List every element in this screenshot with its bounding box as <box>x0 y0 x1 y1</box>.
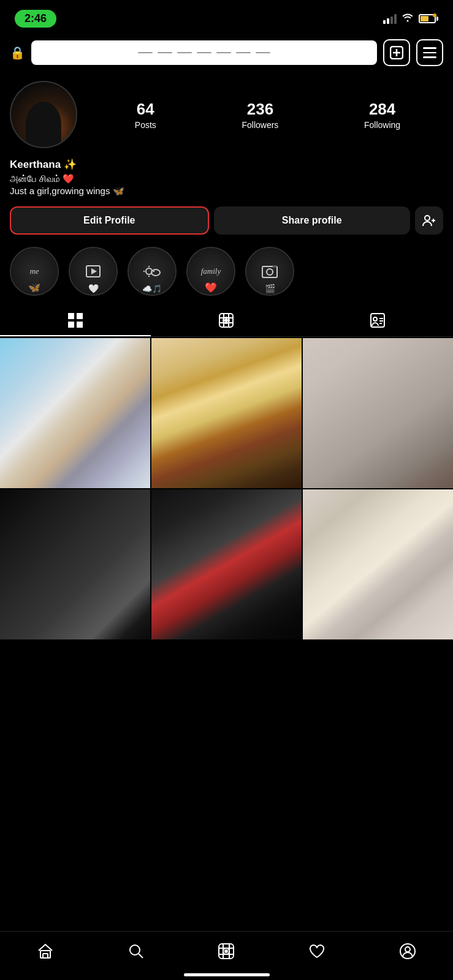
posts-count: 64 <box>135 100 156 119</box>
profile-section: 64 Posts 236 Followers 284 Following Kee… <box>0 74 453 306</box>
url-dots <box>138 52 270 53</box>
status-icons <box>383 12 438 25</box>
photo-cell-3[interactable] <box>303 338 453 488</box>
followers-count: 236 <box>242 100 278 119</box>
highlight-1[interactable]: me 🦋 <box>10 247 59 296</box>
highlight-4[interactable]: family ❤️ <box>186 247 235 296</box>
following-stat[interactable]: 284 Following <box>364 100 400 130</box>
highlight-5[interactable]: 🎬 <box>245 247 294 296</box>
highlight-3[interactable]: ☁️🎵 <box>128 247 177 296</box>
posts-stat[interactable]: 64 Posts <box>135 100 156 130</box>
svg-point-39 <box>225 950 227 952</box>
wifi-icon <box>402 12 414 25</box>
bio: Keerthana ✨ அன்பே சிவம் ❤️ Just a girl,g… <box>10 158 443 197</box>
share-profile-button[interactable]: Share profile <box>214 206 411 235</box>
avatar[interactable] <box>10 81 77 148</box>
tab-bar <box>0 306 453 337</box>
photo-cell-6[interactable] <box>303 489 453 639</box>
battery-icon <box>419 14 438 23</box>
signal-icon <box>383 13 397 24</box>
photo-cell-5[interactable] <box>151 489 302 639</box>
stats-container: 64 Posts 236 Followers 284 Following <box>92 100 443 130</box>
home-bar <box>184 973 270 976</box>
status-bar: 2:46 <box>0 0 453 34</box>
bottom-nav <box>0 931 453 980</box>
nav-profile[interactable] <box>393 937 422 966</box>
svg-point-13 <box>151 270 160 276</box>
svg-point-45 <box>405 947 410 952</box>
tab-tagged[interactable] <box>302 306 453 336</box>
bio-line2: Just a girl,growing wings 🦋 <box>10 186 443 197</box>
svg-point-3 <box>425 216 430 221</box>
bio-line1: அன்பே சிவம் ❤️ <box>10 173 443 184</box>
svg-point-23 <box>225 319 227 322</box>
svg-rect-14 <box>262 266 277 277</box>
tab-grid[interactable] <box>0 306 151 336</box>
svg-rect-16 <box>273 265 276 268</box>
nav-reels[interactable] <box>211 937 241 966</box>
tab-reels[interactable] <box>151 306 302 336</box>
menu-button[interactable] <box>416 39 443 66</box>
svg-line-36 <box>139 954 143 958</box>
add-person-button[interactable] <box>415 206 443 235</box>
svg-point-35 <box>130 945 140 955</box>
nav-activity[interactable] <box>302 937 332 966</box>
svg-rect-18 <box>77 313 83 319</box>
top-nav: 🔒 <box>0 34 453 74</box>
following-label: Following <box>364 120 400 130</box>
following-count: 284 <box>364 100 400 119</box>
highlights: me 🦋 🤍 <box>10 247 443 306</box>
lock-icon: 🔒 <box>10 45 25 60</box>
followers-stat[interactable]: 236 Followers <box>242 100 278 130</box>
action-buttons: Edit Profile Share profile <box>10 206 443 235</box>
url-bar[interactable] <box>31 40 377 65</box>
svg-marker-7 <box>91 268 97 274</box>
svg-rect-17 <box>68 313 74 319</box>
photo-grid <box>0 338 453 639</box>
svg-rect-19 <box>68 322 74 328</box>
svg-point-29 <box>373 317 377 321</box>
edit-profile-button[interactable]: Edit Profile <box>10 206 209 235</box>
photo-cell-2[interactable] <box>151 338 302 488</box>
nav-home[interactable] <box>31 937 60 966</box>
profile-top: 64 Posts 236 Followers 284 Following <box>10 81 443 148</box>
photo-cell-4[interactable] <box>0 489 150 639</box>
highlight-2[interactable]: 🤍 <box>69 247 118 296</box>
svg-rect-34 <box>43 954 48 958</box>
status-time: 2:46 <box>15 10 56 28</box>
add-button[interactable] <box>383 39 410 66</box>
photo-cell-1[interactable] <box>0 338 150 488</box>
followers-label: Followers <box>242 120 278 130</box>
svg-point-15 <box>267 269 273 275</box>
posts-label: Posts <box>135 120 156 130</box>
nav-search[interactable] <box>121 937 151 966</box>
svg-rect-20 <box>77 322 83 328</box>
username: Keerthana ✨ <box>10 158 443 171</box>
